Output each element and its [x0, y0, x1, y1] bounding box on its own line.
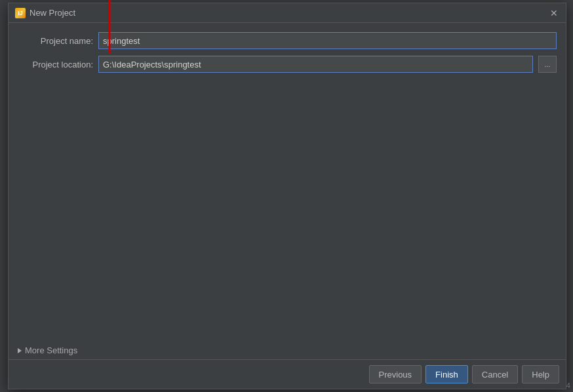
main-area [18, 79, 557, 342]
titlebar-left: IJ New Project [15, 8, 75, 18]
dialog-title: New Project [30, 8, 75, 18]
help-button[interactable]: Help [522, 365, 559, 383]
more-settings-toggle[interactable]: More Settings [9, 342, 566, 359]
project-name-row: Project name: [18, 32, 557, 49]
project-name-input[interactable] [98, 32, 557, 49]
project-name-label: Project name: [18, 36, 93, 46]
browse-button[interactable]: ... [538, 56, 557, 73]
project-location-input[interactable] [98, 56, 533, 73]
titlebar: IJ New Project ✕ [9, 3, 566, 23]
project-location-row: Project location: ... [18, 56, 557, 73]
new-project-dialog: IJ New Project ✕ Project name: Project l… [8, 3, 566, 389]
finish-button[interactable]: Finish [425, 365, 468, 383]
cancel-button[interactable]: Cancel [472, 365, 518, 383]
expand-icon [18, 348, 22, 353]
dialog-content: Project name: Project location: ... [9, 23, 566, 342]
app-icon-label: IJ [18, 10, 23, 16]
more-settings-label: More Settings [25, 345, 77, 355]
button-bar: Previous Finish Cancel Help [9, 359, 566, 389]
footer: More Settings Previous Finish Cancel Hel… [9, 342, 566, 389]
previous-button[interactable]: Previous [369, 365, 422, 383]
app-icon: IJ [15, 8, 26, 18]
close-button[interactable]: ✕ [549, 8, 559, 18]
project-location-label: Project location: [18, 60, 93, 69]
